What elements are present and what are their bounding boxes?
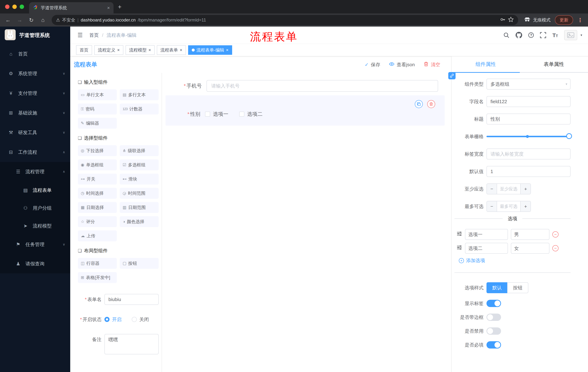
tag-home[interactable]: 首页: [76, 45, 92, 55]
close-icon[interactable]: ×: [226, 48, 229, 52]
palette-item-radio-group[interactable]: ◉单选框组: [78, 159, 117, 170]
hamburger-icon[interactable]: ☰: [77, 32, 83, 39]
disabled-toggle[interactable]: [486, 327, 501, 335]
font-size-icon[interactable]: TT: [552, 32, 558, 39]
window-minimize-button[interactable]: [12, 5, 17, 9]
field-name-input[interactable]: [486, 96, 570, 107]
sidebar-item-user-group[interactable]: ⚇ 用户分组: [0, 199, 70, 217]
form-remark-textarea[interactable]: 嘿嘿: [105, 334, 159, 354]
browser-tab[interactable]: 芋道管理系统 ×: [29, 2, 114, 13]
label-width-input[interactable]: [486, 149, 570, 159]
palette-item-date-picker[interactable]: ▦日期选择: [78, 202, 117, 213]
palette-item-button[interactable]: ▢按钮: [120, 258, 159, 269]
option-1-value-input[interactable]: [511, 229, 549, 240]
palette-item-time-range[interactable]: ◶时间范围: [120, 188, 159, 199]
breadcrumb-home[interactable]: 首页: [89, 32, 99, 38]
palette-item-cascader[interactable]: ⋔级联选择: [120, 145, 159, 156]
home-button[interactable]: ⌂: [39, 16, 47, 24]
tag-process-form[interactable]: 流程表单 ×: [157, 45, 186, 55]
gender-option-1[interactable]: 选项一: [205, 111, 228, 117]
gender-option-2[interactable]: 选项二: [239, 111, 262, 117]
copy-component-button[interactable]: [415, 100, 423, 108]
security-label[interactable]: 不安全: [62, 17, 75, 23]
tag-process-definition[interactable]: 流程定义 ×: [94, 45, 123, 55]
decrease-button[interactable]: −: [487, 184, 497, 194]
selected-component-gender[interactable]: *性别 选项一 选项二: [166, 95, 445, 126]
sidebar-item-devtools[interactable]: ⚒ 研发工具 ∨: [0, 123, 70, 142]
tab-component-props[interactable]: 组件属性: [452, 56, 520, 72]
delete-component-button[interactable]: [427, 100, 435, 108]
option-2-label-input[interactable]: [465, 243, 508, 254]
view-json-button[interactable]: 查看json: [389, 62, 415, 68]
tag-process-form-edit[interactable]: 流程表单-编辑 ×: [188, 45, 232, 55]
border-toggle[interactable]: [486, 314, 501, 321]
avatar[interactable]: [564, 30, 577, 40]
grid-slider[interactable]: [486, 131, 570, 142]
address-bar[interactable]: ⚠ 不安全 | dashboard.yudao.iocoder.cn /bpm/…: [52, 15, 518, 25]
palette-item-date-range[interactable]: ▥日期范围: [120, 202, 159, 213]
palette-item-password[interactable]: ⚿密码: [78, 104, 117, 115]
sidebar-item-infra[interactable]: ⊞ 基础设施 ∨: [0, 103, 70, 123]
tab-form-props[interactable]: 表单属性: [520, 56, 588, 72]
max-select-value[interactable]: 最多可选: [497, 201, 520, 212]
style-default-button[interactable]: 默认: [486, 282, 508, 293]
drag-handle-icon[interactable]: [457, 245, 462, 252]
checkbox[interactable]: [205, 112, 210, 117]
close-icon[interactable]: ×: [180, 48, 182, 52]
status-radio-off[interactable]: 关闭: [132, 316, 149, 323]
increase-button[interactable]: +: [520, 201, 531, 212]
search-icon[interactable]: [503, 32, 509, 38]
palette-item-rate[interactable]: ☆评分: [78, 216, 117, 227]
password-key-icon[interactable]: [500, 17, 506, 23]
palette-item-table[interactable]: ⊞表格[开发中]: [78, 272, 117, 283]
avatar-caret-icon[interactable]: ▾: [580, 33, 582, 37]
sidebar-item-process-model[interactable]: ➤ 流程模型: [0, 217, 70, 235]
option-2-value-input[interactable]: [511, 243, 549, 254]
palette-item-textarea[interactable]: ▤多行文本: [120, 89, 159, 100]
save-button[interactable]: ✓ 保存: [365, 62, 380, 68]
fullscreen-icon[interactable]: [540, 32, 546, 38]
add-option-button[interactable]: + 添加选项: [459, 257, 570, 264]
checkbox[interactable]: [239, 112, 244, 117]
option-1-label-input[interactable]: [465, 229, 508, 240]
sidebar-item-leave-query[interactable]: ♟ 请假查询: [0, 254, 70, 273]
palette-item-checkbox-group[interactable]: ☑多选框组: [120, 159, 159, 170]
github-icon[interactable]: [515, 32, 522, 38]
sidebar-logo[interactable]: 芋道管理系统: [0, 27, 70, 44]
tab-close-icon[interactable]: ×: [107, 5, 110, 11]
sidebar-item-home[interactable]: ⌂ 首页: [0, 44, 70, 64]
sidebar-item-payment[interactable]: ¥ 支付管理 ∨: [0, 83, 70, 103]
forward-button[interactable]: →: [15, 16, 24, 24]
slider-handle[interactable]: [566, 133, 572, 139]
palette-item-row-container[interactable]: ◫行容器: [78, 258, 117, 269]
close-icon[interactable]: ×: [117, 48, 120, 52]
required-toggle[interactable]: [486, 341, 501, 349]
show-label-toggle[interactable]: [486, 300, 501, 307]
sidebar-item-process-form[interactable]: ▤ 流程表单: [0, 181, 70, 199]
window-zoom-button[interactable]: [20, 5, 24, 9]
remove-option-button[interactable]: −: [552, 245, 558, 251]
clear-button[interactable]: 清空: [423, 62, 440, 68]
new-tab-button[interactable]: +: [118, 4, 122, 10]
sidebar-item-task-mgmt[interactable]: ⚑ 任务管理 ∨: [0, 235, 70, 254]
sidebar-item-system[interactable]: ⚙ 系统管理 ∨: [0, 64, 70, 83]
palette-item-upload[interactable]: ☁上传: [78, 230, 117, 241]
help-icon[interactable]: ?: [528, 32, 534, 38]
palette-item-editor[interactable]: ✎编辑器: [78, 118, 117, 129]
decrease-button[interactable]: −: [487, 201, 497, 212]
palette-item-time-picker[interactable]: ◷时间选择: [78, 188, 117, 199]
min-select-value[interactable]: 至少应选: [497, 184, 520, 194]
update-button[interactable]: 更新: [555, 15, 573, 25]
palette-item-select[interactable]: ◎下拉选择: [78, 145, 117, 156]
component-type-select[interactable]: 多选框组 ▾: [486, 79, 570, 90]
bookmark-star-icon[interactable]: [508, 17, 514, 23]
style-button-button[interactable]: 按钮: [507, 282, 528, 293]
palette-item-color-picker[interactable]: ◑颜色选择: [120, 216, 159, 227]
palette-item-single-text[interactable]: ▭单行文本: [78, 89, 117, 100]
tag-process-model[interactable]: 流程模型 ×: [126, 45, 155, 55]
increase-button[interactable]: +: [520, 184, 531, 194]
phone-input[interactable]: [207, 80, 438, 92]
title-input[interactable]: [486, 114, 570, 125]
default-value-input[interactable]: [486, 166, 570, 177]
sidebar-item-workflow[interactable]: ⊟ 工作流程 ∧: [0, 142, 70, 162]
